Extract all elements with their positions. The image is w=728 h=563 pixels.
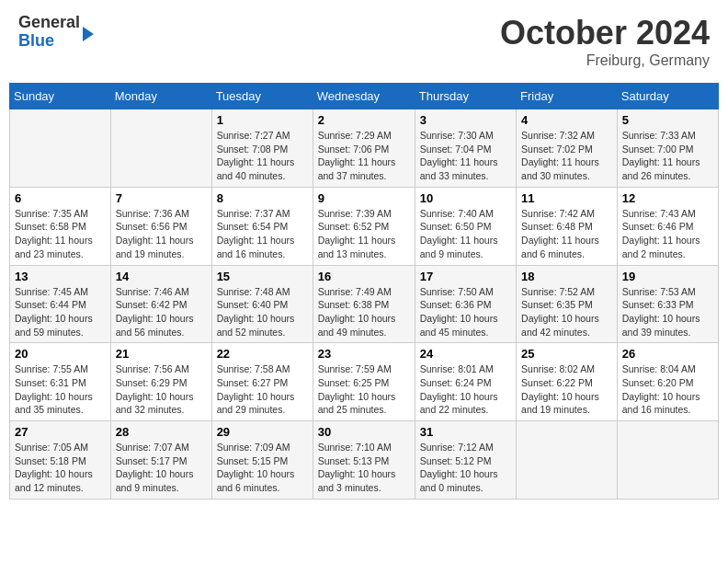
calendar-cell: 12Sunrise: 7:43 AM Sunset: 6:46 PM Dayli… bbox=[617, 187, 718, 265]
calendar-week-row: 1Sunrise: 7:27 AM Sunset: 7:08 PM Daylig… bbox=[10, 109, 719, 188]
calendar-cell: 17Sunrise: 7:50 AM Sunset: 6:36 PM Dayli… bbox=[415, 265, 516, 343]
calendar-cell: 11Sunrise: 7:42 AM Sunset: 6:48 PM Dayli… bbox=[517, 187, 618, 265]
calendar-cell: 18Sunrise: 7:52 AM Sunset: 6:35 PM Dayli… bbox=[517, 265, 618, 343]
calendar-cell: 9Sunrise: 7:39 AM Sunset: 6:52 PM Daylig… bbox=[313, 187, 415, 265]
header-thursday: Thursday bbox=[415, 84, 516, 109]
day-info: Sunrise: 7:56 AM Sunset: 6:29 PM Dayligh… bbox=[116, 362, 207, 417]
day-info: Sunrise: 7:45 AM Sunset: 6:44 PM Dayligh… bbox=[15, 285, 106, 339]
calendar-week-row: 27Sunrise: 7:05 AM Sunset: 5:18 PM Dayli… bbox=[10, 421, 719, 500]
day-info: Sunrise: 7:58 AM Sunset: 6:27 PM Dayligh… bbox=[217, 362, 308, 417]
day-info: Sunrise: 7:07 AM Sunset: 5:17 PM Dayligh… bbox=[116, 441, 207, 495]
calendar-week-row: 6Sunrise: 7:35 AM Sunset: 6:58 PM Daylig… bbox=[10, 187, 719, 265]
calendar-cell bbox=[10, 109, 111, 188]
calendar-cell: 23Sunrise: 7:59 AM Sunset: 6:25 PM Dayli… bbox=[313, 343, 415, 421]
day-number: 26 bbox=[622, 347, 713, 361]
day-info: Sunrise: 7:43 AM Sunset: 6:46 PM Dayligh… bbox=[622, 207, 713, 261]
day-number: 15 bbox=[217, 270, 308, 283]
day-info: Sunrise: 7:32 AM Sunset: 7:02 PM Dayligh… bbox=[521, 129, 612, 183]
calendar-cell: 13Sunrise: 7:45 AM Sunset: 6:44 PM Dayli… bbox=[10, 265, 111, 343]
day-number: 21 bbox=[116, 347, 207, 361]
calendar-cell: 24Sunrise: 8:01 AM Sunset: 6:24 PM Dayli… bbox=[415, 343, 516, 421]
day-number: 23 bbox=[318, 347, 410, 361]
day-number: 5 bbox=[622, 113, 713, 127]
title-block: October 2024 Freiburg, Germany bbox=[500, 14, 710, 69]
calendar-week-row: 13Sunrise: 7:45 AM Sunset: 6:44 PM Dayli… bbox=[10, 265, 719, 343]
calendar-cell: 14Sunrise: 7:46 AM Sunset: 6:42 PM Dayli… bbox=[110, 265, 211, 343]
day-info: Sunrise: 7:50 AM Sunset: 6:36 PM Dayligh… bbox=[420, 285, 511, 339]
calendar-cell bbox=[617, 421, 718, 500]
calendar-cell: 31Sunrise: 7:12 AM Sunset: 5:12 PM Dayli… bbox=[415, 421, 516, 500]
day-number: 20 bbox=[15, 347, 106, 361]
day-number: 31 bbox=[420, 425, 511, 439]
day-info: Sunrise: 7:12 AM Sunset: 5:12 PM Dayligh… bbox=[420, 441, 511, 495]
day-info: Sunrise: 7:30 AM Sunset: 7:04 PM Dayligh… bbox=[420, 129, 511, 183]
day-number: 30 bbox=[318, 425, 410, 439]
day-number: 25 bbox=[521, 347, 612, 361]
calendar-cell: 5Sunrise: 7:33 AM Sunset: 7:00 PM Daylig… bbox=[617, 109, 718, 188]
header-monday: Monday bbox=[110, 84, 211, 109]
day-number: 3 bbox=[420, 113, 511, 127]
calendar-cell: 26Sunrise: 8:04 AM Sunset: 6:20 PM Dayli… bbox=[617, 343, 718, 421]
day-info: Sunrise: 7:52 AM Sunset: 6:35 PM Dayligh… bbox=[521, 285, 612, 339]
day-info: Sunrise: 7:37 AM Sunset: 6:54 PM Dayligh… bbox=[217, 207, 308, 261]
header-sunday: Sunday bbox=[10, 84, 111, 109]
calendar-header-row: SundayMondayTuesdayWednesdayThursdayFrid… bbox=[10, 84, 719, 109]
day-info: Sunrise: 7:33 AM Sunset: 7:00 PM Dayligh… bbox=[622, 129, 713, 183]
calendar-cell: 1Sunrise: 7:27 AM Sunset: 7:08 PM Daylig… bbox=[211, 109, 313, 188]
calendar-cell: 6Sunrise: 7:35 AM Sunset: 6:58 PM Daylig… bbox=[10, 187, 111, 265]
header-friday: Friday bbox=[517, 84, 618, 109]
day-info: Sunrise: 7:10 AM Sunset: 5:13 PM Dayligh… bbox=[318, 441, 410, 495]
day-info: Sunrise: 7:55 AM Sunset: 6:31 PM Dayligh… bbox=[15, 362, 106, 417]
day-info: Sunrise: 7:27 AM Sunset: 7:08 PM Dayligh… bbox=[217, 129, 308, 183]
day-number: 12 bbox=[622, 191, 713, 205]
calendar-cell bbox=[517, 421, 618, 500]
day-info: Sunrise: 7:40 AM Sunset: 6:50 PM Dayligh… bbox=[420, 207, 511, 261]
calendar-cell: 20Sunrise: 7:55 AM Sunset: 6:31 PM Dayli… bbox=[10, 343, 111, 421]
calendar-cell: 16Sunrise: 7:49 AM Sunset: 6:38 PM Dayli… bbox=[313, 265, 415, 343]
calendar-cell: 2Sunrise: 7:29 AM Sunset: 7:06 PM Daylig… bbox=[313, 109, 415, 188]
day-number: 4 bbox=[521, 113, 612, 127]
calendar-cell: 25Sunrise: 8:02 AM Sunset: 6:22 PM Dayli… bbox=[517, 343, 618, 421]
calendar-cell: 27Sunrise: 7:05 AM Sunset: 5:18 PM Dayli… bbox=[10, 421, 111, 500]
header-wednesday: Wednesday bbox=[313, 84, 415, 109]
day-number: 28 bbox=[116, 425, 207, 439]
calendar-title: October 2024 bbox=[500, 14, 710, 52]
day-info: Sunrise: 8:01 AM Sunset: 6:24 PM Dayligh… bbox=[420, 362, 511, 417]
day-info: Sunrise: 7:29 AM Sunset: 7:06 PM Dayligh… bbox=[318, 129, 410, 183]
day-info: Sunrise: 7:39 AM Sunset: 6:52 PM Dayligh… bbox=[318, 207, 410, 261]
day-number: 10 bbox=[420, 191, 511, 205]
calendar-cell: 30Sunrise: 7:10 AM Sunset: 5:13 PM Dayli… bbox=[313, 421, 415, 500]
calendar-cell: 8Sunrise: 7:37 AM Sunset: 6:54 PM Daylig… bbox=[211, 187, 313, 265]
day-info: Sunrise: 8:04 AM Sunset: 6:20 PM Dayligh… bbox=[622, 362, 713, 417]
day-number: 18 bbox=[521, 270, 612, 283]
calendar-cell: 19Sunrise: 7:53 AM Sunset: 6:33 PM Dayli… bbox=[617, 265, 718, 343]
calendar-cell: 28Sunrise: 7:07 AM Sunset: 5:17 PM Dayli… bbox=[110, 421, 211, 500]
day-number: 11 bbox=[521, 191, 612, 205]
day-info: Sunrise: 8:02 AM Sunset: 6:22 PM Dayligh… bbox=[521, 362, 612, 417]
day-info: Sunrise: 7:48 AM Sunset: 6:40 PM Dayligh… bbox=[217, 285, 308, 339]
day-number: 17 bbox=[420, 270, 511, 283]
day-number: 8 bbox=[217, 191, 308, 205]
calendar-subtitle: Freiburg, Germany bbox=[500, 52, 710, 69]
day-number: 22 bbox=[217, 347, 308, 361]
calendar-table: SundayMondayTuesdayWednesdayThursdayFrid… bbox=[9, 83, 719, 500]
day-info: Sunrise: 7:36 AM Sunset: 6:56 PM Dayligh… bbox=[116, 207, 207, 261]
logo-arrow-icon bbox=[83, 27, 94, 41]
calendar-cell: 29Sunrise: 7:09 AM Sunset: 5:15 PM Dayli… bbox=[211, 421, 313, 500]
day-number: 7 bbox=[116, 191, 207, 205]
calendar-cell: 3Sunrise: 7:30 AM Sunset: 7:04 PM Daylig… bbox=[415, 109, 516, 188]
day-number: 14 bbox=[116, 270, 207, 283]
day-info: Sunrise: 7:53 AM Sunset: 6:33 PM Dayligh… bbox=[622, 285, 713, 339]
day-info: Sunrise: 7:49 AM Sunset: 6:38 PM Dayligh… bbox=[318, 285, 410, 339]
logo-blue-text: Blue bbox=[18, 32, 80, 51]
day-number: 1 bbox=[217, 113, 308, 127]
header-saturday: Saturday bbox=[617, 84, 718, 109]
day-info: Sunrise: 7:59 AM Sunset: 6:25 PM Dayligh… bbox=[318, 362, 410, 417]
calendar-cell: 22Sunrise: 7:58 AM Sunset: 6:27 PM Dayli… bbox=[211, 343, 313, 421]
day-info: Sunrise: 7:42 AM Sunset: 6:48 PM Dayligh… bbox=[521, 207, 612, 261]
calendar-cell: 7Sunrise: 7:36 AM Sunset: 6:56 PM Daylig… bbox=[110, 187, 211, 265]
page-header: General Blue October 2024 Freiburg, Germ… bbox=[9, 9, 719, 74]
day-info: Sunrise: 7:05 AM Sunset: 5:18 PM Dayligh… bbox=[15, 441, 106, 495]
day-number: 29 bbox=[217, 425, 308, 439]
calendar-cell bbox=[110, 109, 211, 188]
